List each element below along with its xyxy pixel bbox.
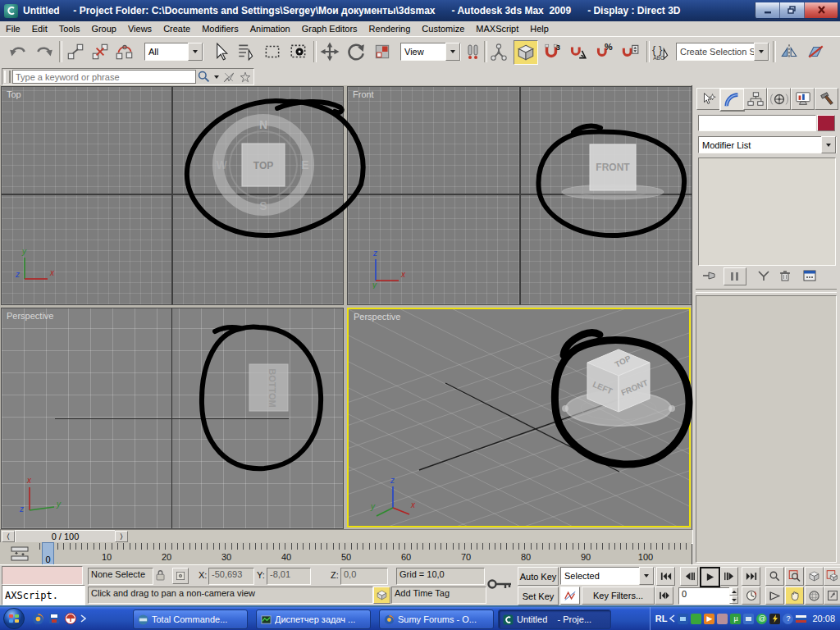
z-coordinate-field[interactable]: 0,0 bbox=[340, 568, 388, 585]
viewport-perspective-active[interactable]: Perspective TOP LEFT FRONT bbox=[347, 308, 691, 527]
tray-media-play-icon[interactable]: ▶ bbox=[704, 614, 714, 624]
maxscript-listener-input[interactable]: AXScript. bbox=[2, 585, 85, 605]
selection-filter-dropdown[interactable]: All bbox=[144, 43, 203, 61]
mirror-icon[interactable] bbox=[778, 40, 801, 63]
key-mode-dropdown[interactable]: Selected bbox=[560, 567, 655, 585]
next-frame-icon[interactable] bbox=[720, 567, 738, 586]
task-task-manager[interactable]: Диспетчер задач ... bbox=[256, 609, 371, 629]
configure-modifier-sets-icon[interactable] bbox=[799, 267, 820, 284]
quicklaunch-download-icon[interactable] bbox=[48, 612, 61, 625]
tray-utorrent-icon[interactable]: µ bbox=[730, 614, 741, 624]
redo-icon[interactable] bbox=[33, 40, 56, 63]
undo-icon[interactable] bbox=[7, 40, 30, 63]
modifier-list-dropdown[interactable]: Modifier List bbox=[698, 136, 837, 153]
task-firefox-sumy-forums[interactable]: Sumy Forums - O... bbox=[379, 609, 494, 629]
angle-snap-icon[interactable] bbox=[566, 40, 589, 63]
go-to-start-icon[interactable] bbox=[656, 567, 675, 586]
dropdown-arrow-icon[interactable] bbox=[821, 136, 836, 153]
use-pivot-point-center-icon[interactable] bbox=[463, 40, 482, 63]
tab-modify[interactable] bbox=[719, 88, 745, 112]
isolate-cube-icon[interactable] bbox=[373, 587, 390, 604]
select-object-icon[interactable] bbox=[208, 40, 231, 63]
show-end-result-icon[interactable] bbox=[724, 267, 746, 285]
menu-modifiers[interactable]: Modifiers bbox=[196, 22, 244, 35]
viewport-perspective-label[interactable]: Perspective bbox=[7, 311, 53, 321]
object-color-swatch[interactable] bbox=[817, 115, 835, 131]
x-coordinate-field[interactable]: -50,693 bbox=[208, 568, 254, 585]
maxscript-listener-pink[interactable] bbox=[2, 566, 83, 585]
search-options-dropdown-icon[interactable] bbox=[212, 70, 221, 84]
time-slider-prev-arrow[interactable]: 〈 bbox=[2, 531, 15, 542]
menu-animation[interactable]: Animation bbox=[244, 22, 296, 35]
tab-utilities[interactable] bbox=[815, 88, 838, 110]
pin-stack-icon[interactable] bbox=[699, 267, 720, 284]
tray-icq-icon[interactable]: @ bbox=[756, 614, 767, 624]
tab-display[interactable] bbox=[791, 88, 815, 110]
tab-hierarchy[interactable] bbox=[743, 88, 767, 110]
tab-motion[interactable] bbox=[767, 88, 791, 110]
start-orb-button[interactable] bbox=[2, 607, 25, 630]
time-slider-next-arrow[interactable]: 〉 bbox=[115, 531, 128, 542]
zoom-extents-icon[interactable] bbox=[805, 567, 824, 586]
viewport-front[interactable]: Front FRONT z x y bbox=[347, 86, 692, 305]
reference-coordinate-dropdown[interactable]: View bbox=[400, 43, 461, 61]
key-filters-button[interactable]: Key Filters... bbox=[582, 587, 655, 605]
align-icon[interactable] bbox=[804, 40, 827, 63]
tray-help-icon[interactable]: ? bbox=[783, 614, 793, 624]
menu-graph-editors[interactable]: Graph Editors bbox=[296, 22, 363, 35]
search-input[interactable] bbox=[12, 70, 196, 84]
snaps-toggle-icon[interactable] bbox=[514, 40, 538, 65]
edit-named-selection-sets-icon[interactable]: { }ABC bbox=[650, 40, 673, 63]
select-link-icon[interactable] bbox=[64, 40, 87, 63]
zoom-extents-all-icon[interactable] bbox=[824, 567, 840, 586]
tray-lightning-icon[interactable] bbox=[769, 614, 780, 624]
menu-tools[interactable]: Tools bbox=[53, 22, 86, 35]
menu-views[interactable]: Views bbox=[122, 22, 158, 35]
tray-green-app-icon[interactable] bbox=[691, 614, 701, 624]
menu-edit[interactable]: Edit bbox=[26, 22, 53, 35]
frame-spinner[interactable] bbox=[729, 587, 738, 603]
menu-rendering[interactable]: Rendering bbox=[363, 22, 417, 35]
play-animation-icon[interactable] bbox=[700, 567, 720, 587]
current-frame-marker[interactable]: 0 bbox=[42, 542, 54, 565]
set-key-button[interactable]: Set Key bbox=[518, 587, 559, 605]
object-name-field[interactable] bbox=[698, 115, 816, 131]
select-and-scale-icon[interactable] bbox=[371, 40, 394, 63]
dropdown-arrow-icon[interactable] bbox=[639, 567, 654, 585]
previous-frame-icon[interactable] bbox=[680, 567, 698, 586]
menu-customize[interactable]: Customize bbox=[416, 22, 470, 35]
window-crossing-toggle-icon[interactable] bbox=[287, 40, 310, 63]
tray-collapse-chevron[interactable] bbox=[669, 614, 675, 623]
minimize-button[interactable] bbox=[756, 2, 780, 18]
language-indicator[interactable]: RL bbox=[655, 614, 668, 623]
select-by-name-icon[interactable] bbox=[235, 40, 258, 63]
tray-display-icon[interactable] bbox=[678, 614, 688, 624]
modifier-stack-list[interactable] bbox=[698, 158, 836, 266]
select-and-rotate-icon[interactable] bbox=[345, 40, 368, 63]
menu-group[interactable]: Group bbox=[85, 22, 122, 35]
remove-modifier-icon[interactable] bbox=[774, 267, 796, 284]
arc-rotate-icon[interactable] bbox=[805, 587, 824, 605]
track-bar[interactable]: 0 10 20 30 40 50 60 70 80 90 100 bbox=[0, 542, 692, 565]
unlink-icon[interactable] bbox=[89, 40, 112, 63]
select-and-manipulate-icon[interactable] bbox=[487, 40, 510, 63]
percent-snap-icon[interactable]: % bbox=[592, 40, 615, 63]
time-slider-thumb[interactable]: 0 / 100 bbox=[15, 530, 116, 543]
viewport-perspective-left[interactable]: Perspective BOTTOM x y z bbox=[1, 308, 344, 529]
menu-file[interactable]: File bbox=[0, 22, 26, 35]
viewcube-front-viewport[interactable]: FRONT bbox=[555, 136, 671, 205]
tab-create[interactable] bbox=[696, 88, 720, 110]
toolbar-grip[interactable] bbox=[4, 71, 11, 83]
task-total-commander[interactable]: Total Commande... bbox=[133, 609, 248, 629]
viewcube-3d[interactable]: TOP LEFT FRONT bbox=[543, 333, 691, 448]
rectangular-selection-region-icon[interactable] bbox=[261, 40, 284, 63]
make-unique-icon[interactable] bbox=[753, 267, 774, 284]
set-key-icon[interactable] bbox=[486, 573, 514, 596]
restore-button[interactable] bbox=[780, 2, 805, 18]
snap-3d-magnet-icon[interactable]: 3 bbox=[540, 40, 563, 63]
zoom-icon[interactable] bbox=[765, 567, 784, 586]
quicklaunch-avira-icon[interactable] bbox=[64, 612, 77, 625]
viewport-top-label[interactable]: Top bbox=[7, 89, 21, 99]
task-3dsmax-untitled[interactable]: Untitled - Proje... bbox=[498, 609, 611, 629]
open-mini-curve-editor-icon[interactable] bbox=[2, 544, 38, 563]
